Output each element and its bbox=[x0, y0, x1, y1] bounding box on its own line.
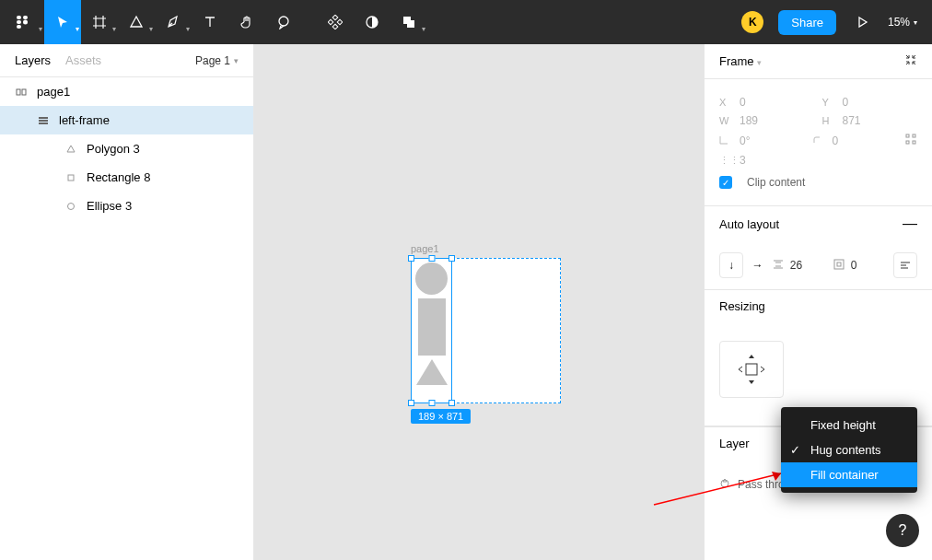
w-label: W bbox=[719, 115, 732, 126]
help-button[interactable]: ? bbox=[886, 514, 919, 547]
layer-row-ellipse[interactable]: Ellipse 3 bbox=[0, 192, 253, 220]
user-avatar[interactable]: K bbox=[741, 11, 763, 33]
layer-row-polygon[interactable]: Polygon 3 bbox=[0, 134, 253, 163]
components-button[interactable] bbox=[317, 0, 354, 44]
frame-label[interactable]: page1 bbox=[411, 243, 439, 254]
canvas-polygon[interactable] bbox=[416, 359, 448, 385]
dropdown-item-fill[interactable]: Fill container bbox=[781, 462, 917, 487]
svg-rect-8 bbox=[328, 19, 333, 25]
present-button[interactable] bbox=[844, 0, 880, 44]
svg-point-19 bbox=[68, 203, 75, 209]
rectangle-icon bbox=[64, 171, 77, 184]
clip-content-label: Clip content bbox=[747, 176, 805, 189]
mask-icon bbox=[365, 15, 379, 29]
y-label: Y bbox=[822, 97, 835, 108]
y-value[interactable]: 0 bbox=[843, 96, 880, 109]
comment-icon bbox=[276, 15, 291, 29]
corner-value[interactable]: 0 bbox=[833, 134, 869, 147]
collapse-icon[interactable] bbox=[904, 53, 917, 69]
svg-rect-0 bbox=[17, 16, 21, 19]
zoom-control[interactable]: 15%▾ bbox=[880, 16, 932, 29]
svg-rect-2 bbox=[17, 20, 21, 24]
svg-rect-26 bbox=[901, 262, 910, 263]
resize-handle-tl[interactable] bbox=[408, 255, 414, 262]
polygon-icon bbox=[129, 15, 144, 29]
svg-rect-22 bbox=[906, 141, 909, 144]
dropdown-item-hug[interactable]: ✓Hug contents bbox=[781, 438, 917, 462]
resize-handle-tr[interactable] bbox=[449, 255, 455, 262]
remove-auto-layout-button[interactable]: — bbox=[903, 216, 917, 232]
resize-handle-tm[interactable] bbox=[428, 255, 435, 262]
clip-content-checkbox[interactable]: ✓ bbox=[719, 176, 732, 189]
direction-horizontal-button[interactable]: → bbox=[749, 259, 766, 272]
svg-rect-4 bbox=[17, 25, 21, 29]
chevron-down-icon: ▾ bbox=[186, 25, 190, 33]
layer-name: Rectangle 8 bbox=[87, 170, 150, 184]
layer-row-page[interactable]: page1 bbox=[0, 77, 253, 106]
layer-name: Ellipse 3 bbox=[87, 199, 132, 213]
svg-rect-21 bbox=[913, 134, 915, 137]
mask-button[interactable] bbox=[354, 0, 390, 44]
layer-name: Polygon 3 bbox=[87, 142, 140, 156]
svg-line-33 bbox=[654, 473, 781, 505]
svg-rect-27 bbox=[901, 264, 906, 266]
resizing-preview[interactable] bbox=[719, 341, 784, 398]
canvas-ellipse[interactable] bbox=[415, 262, 448, 295]
figma-menu-button[interactable]: ▾ bbox=[0, 0, 44, 44]
svg-rect-18 bbox=[68, 175, 74, 181]
svg-rect-13 bbox=[17, 89, 20, 95]
corner-icon bbox=[812, 135, 825, 146]
canvas[interactable]: page1 189 × 871 bbox=[254, 44, 704, 560]
svg-rect-28 bbox=[901, 267, 908, 269]
resize-handle-bl[interactable] bbox=[408, 400, 414, 406]
avatar-initial: K bbox=[749, 16, 757, 29]
hand-tool-button[interactable] bbox=[228, 0, 265, 44]
svg-rect-16 bbox=[39, 120, 48, 122]
chevron-down-icon: ▾ bbox=[757, 58, 762, 67]
move-tool-button[interactable]: ▾ bbox=[44, 0, 81, 44]
frame-section-header[interactable]: Frame ▾ bbox=[719, 54, 762, 68]
resize-handle-br[interactable] bbox=[449, 400, 455, 406]
top-toolbar: ▾ ▾ ▾ ▾ ▾ ▾ K Share 15%▾ bbox=[0, 0, 932, 44]
polygon-icon bbox=[64, 143, 77, 156]
dropdown-item-fixed[interactable]: Fixed height bbox=[781, 413, 917, 438]
al-padding-value[interactable]: 0 bbox=[851, 259, 888, 272]
independent-corners-button[interactable] bbox=[904, 133, 917, 148]
share-button[interactable]: Share bbox=[778, 10, 836, 35]
text-icon bbox=[203, 15, 217, 29]
h-value[interactable]: 871 bbox=[843, 114, 880, 127]
x-value[interactable]: 0 bbox=[740, 96, 776, 109]
resizing-dropdown: Fixed height ✓Hug contents Fill containe… bbox=[781, 407, 917, 493]
w-value[interactable]: 189 bbox=[740, 114, 776, 127]
assets-tab[interactable]: Assets bbox=[65, 53, 101, 67]
comment-tool-button[interactable] bbox=[265, 0, 302, 44]
text-tool-button[interactable] bbox=[192, 0, 228, 44]
chevron-down-icon: ▾ bbox=[76, 25, 79, 33]
selection-box[interactable] bbox=[411, 258, 452, 403]
svg-rect-12 bbox=[407, 20, 414, 28]
padding-value[interactable]: 3 bbox=[740, 154, 776, 167]
gap-value[interactable]: 26 bbox=[790, 259, 827, 272]
svg-rect-7 bbox=[332, 24, 338, 29]
alignment-button[interactable] bbox=[893, 252, 917, 278]
page-selector[interactable]: Page 1▾ bbox=[116, 54, 239, 67]
svg-rect-17 bbox=[39, 122, 48, 124]
pen-tool-button[interactable]: ▾ bbox=[155, 0, 192, 44]
shape-tool-button[interactable]: ▾ bbox=[118, 0, 155, 44]
svg-point-5 bbox=[279, 17, 288, 26]
direction-vertical-button[interactable]: ↓ bbox=[719, 252, 743, 278]
rotation-value[interactable]: 0° bbox=[740, 134, 776, 147]
layer-name: left-frame bbox=[59, 113, 110, 127]
canvas-rectangle[interactable] bbox=[418, 298, 446, 356]
frame-tool-button[interactable]: ▾ bbox=[81, 0, 118, 44]
layer-section-header: Layer bbox=[719, 437, 750, 450]
boolean-button[interactable]: ▾ bbox=[390, 0, 427, 44]
layer-row-frame[interactable]: left-frame bbox=[0, 106, 253, 134]
svg-rect-23 bbox=[913, 141, 915, 144]
layer-row-rectangle[interactable]: Rectangle 8 bbox=[0, 163, 253, 192]
chevron-down-icon: ▾ bbox=[39, 25, 42, 33]
layers-tab[interactable]: Layers bbox=[15, 53, 51, 67]
resize-handle-bm[interactable] bbox=[428, 400, 435, 406]
canvas-frame[interactable]: page1 189 × 871 bbox=[411, 258, 561, 403]
parent-frame-outline bbox=[411, 258, 561, 403]
